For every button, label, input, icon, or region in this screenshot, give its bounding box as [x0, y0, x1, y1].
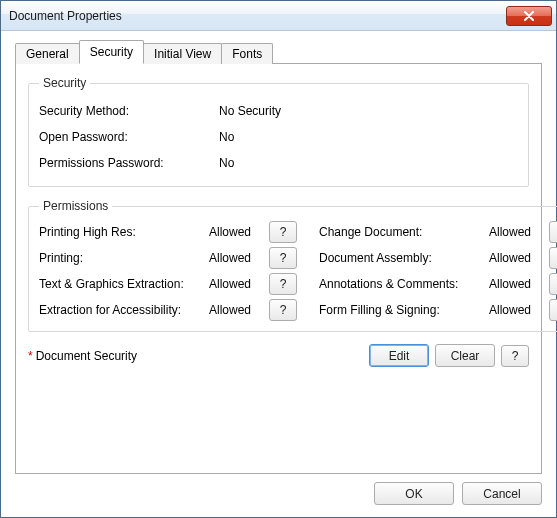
change-document-label: Change Document:	[319, 225, 489, 239]
security-group: Security Security Method: No Security Op…	[28, 76, 529, 187]
annotations-comments-label: Annotations & Comments:	[319, 277, 489, 291]
window-title: Document Properties	[9, 9, 506, 23]
printing-value: Allowed	[209, 251, 269, 265]
ok-button[interactable]: OK	[374, 482, 454, 505]
form-filling-signing-value: Allowed	[489, 303, 549, 317]
annotations-comments-help-button[interactable]: ?	[549, 273, 557, 295]
document-assembly-label: Document Assembly:	[319, 251, 489, 265]
text-graphics-extraction-value: Allowed	[209, 277, 269, 291]
permissions-legend: Permissions	[39, 199, 112, 213]
printing-high-res-value: Allowed	[209, 225, 269, 239]
document-assembly-help-button[interactable]: ?	[549, 247, 557, 269]
security-method-label: Security Method:	[39, 104, 219, 118]
printing-high-res-label: Printing High Res:	[39, 225, 209, 239]
tab-general[interactable]: General	[15, 43, 80, 64]
extraction-accessibility-help-button[interactable]: ?	[269, 299, 297, 321]
security-method-value: No Security	[219, 104, 281, 118]
change-document-help-button[interactable]: ?	[549, 221, 557, 243]
permissions-password-label: Permissions Password:	[39, 156, 219, 170]
clear-button[interactable]: Clear	[435, 344, 495, 367]
security-legend: Security	[39, 76, 90, 90]
printing-high-res-help-button[interactable]: ?	[269, 221, 297, 243]
text-graphics-extraction-label: Text & Graphics Extraction:	[39, 277, 209, 291]
change-document-value: Allowed	[489, 225, 549, 239]
close-icon	[523, 11, 535, 21]
permissions-password-value: No	[219, 156, 234, 170]
printing-label: Printing:	[39, 251, 209, 265]
required-asterisk: *	[28, 349, 33, 363]
document-security-label: Document Security	[36, 349, 137, 363]
client-area: General Security Initial View Fonts Secu…	[1, 31, 556, 517]
form-filling-signing-help-button[interactable]: ?	[549, 299, 557, 321]
form-filling-signing-label: Form Filling & Signing:	[319, 303, 489, 317]
extraction-accessibility-value: Allowed	[209, 303, 269, 317]
printing-help-button[interactable]: ?	[269, 247, 297, 269]
document-security-row: * Document Security Edit Clear ?	[28, 344, 529, 367]
titlebar: Document Properties	[1, 1, 556, 31]
tab-initial-view[interactable]: Initial View	[143, 43, 222, 64]
tab-security[interactable]: Security	[79, 40, 144, 64]
tab-panel-security: Security Security Method: No Security Op…	[15, 63, 542, 474]
document-properties-window: Document Properties General Security Ini…	[0, 0, 557, 518]
close-button[interactable]	[506, 6, 552, 26]
open-password-value: No	[219, 130, 234, 144]
tab-strip: General Security Initial View Fonts	[15, 41, 542, 63]
document-security-help-button[interactable]: ?	[501, 345, 529, 367]
document-assembly-value: Allowed	[489, 251, 549, 265]
tab-fonts[interactable]: Fonts	[221, 43, 273, 64]
annotations-comments-value: Allowed	[489, 277, 549, 291]
dialog-footer: OK Cancel	[15, 474, 542, 505]
edit-button[interactable]: Edit	[369, 344, 429, 367]
extraction-accessibility-label: Extraction for Accessibility:	[39, 303, 209, 317]
open-password-label: Open Password:	[39, 130, 219, 144]
cancel-button[interactable]: Cancel	[462, 482, 542, 505]
text-graphics-extraction-help-button[interactable]: ?	[269, 273, 297, 295]
permissions-group: Permissions Printing High Res: Allowed ?…	[28, 199, 557, 332]
